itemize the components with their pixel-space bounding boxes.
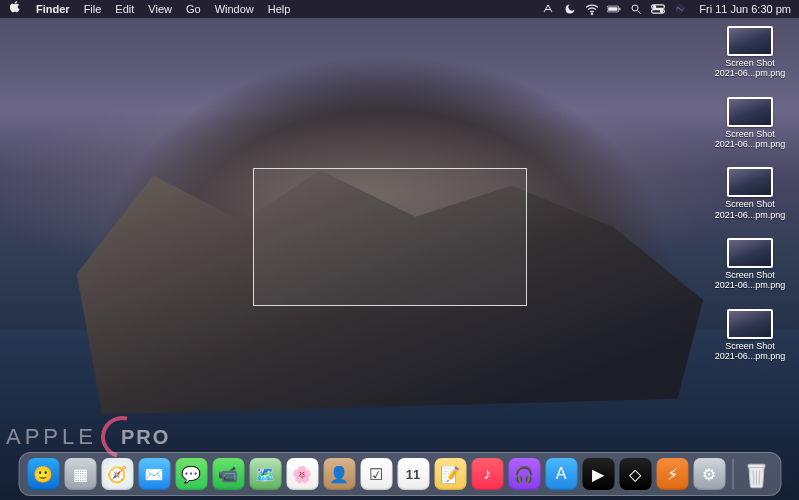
svg-rect-11 [747, 464, 764, 467]
status-app-icon[interactable] [541, 2, 555, 16]
dock: 🙂▦🧭✉️💬📹🗺️🌸👤☑︎11📝♪🎧A▶︎◇⚡︎⚙︎ [18, 452, 781, 496]
dock-app-taurine[interactable]: ⚡︎ [656, 458, 688, 490]
menubar-left: Finder FileEditViewGoWindowHelp [6, 0, 297, 18]
dock-app-maps[interactable]: 🗺️ [249, 458, 281, 490]
file-label: Screen Shot2021-06...pm.png [715, 270, 786, 291]
file-thumbnail-icon [727, 309, 773, 339]
drag-selection-rect [253, 168, 527, 306]
dock-app-podcasts[interactable]: 🎧 [508, 458, 540, 490]
file-thumbnail-icon [727, 238, 773, 268]
menubar-menu-view[interactable]: View [141, 3, 179, 15]
menubar-menu-go[interactable]: Go [179, 3, 208, 15]
battery-icon[interactable] [607, 2, 621, 16]
svg-point-9 [661, 10, 663, 12]
file-thumbnail-icon [727, 97, 773, 127]
svg-point-0 [592, 13, 593, 14]
menubar-menu-help[interactable]: Help [261, 3, 298, 15]
svg-line-12 [753, 471, 754, 485]
dock-app-altserver[interactable]: ◇ [619, 458, 651, 490]
dock-app-facetime[interactable]: 📹 [212, 458, 244, 490]
dock-app-reminders[interactable]: ☑︎ [360, 458, 392, 490]
menubar-menu-file[interactable]: File [77, 3, 109, 15]
spotlight-icon[interactable] [629, 2, 643, 16]
file-thumbnail-icon [727, 26, 773, 56]
dock-trash[interactable] [740, 458, 772, 490]
dock-app-safari[interactable]: 🧭 [101, 458, 133, 490]
menubar-clock[interactable]: Fri 11 Jun 6:30 pm [695, 0, 791, 18]
dock-app-settings[interactable]: ⚙︎ [693, 458, 725, 490]
desktop-file[interactable]: Screen Shot2021-06...pm.png [707, 167, 793, 220]
dock-app-photos[interactable]: 🌸 [286, 458, 318, 490]
dock-app-calendar[interactable]: 11 [397, 458, 429, 490]
file-thumbnail-icon [727, 167, 773, 197]
desktop-icons-column: Screen Shot2021-06...pm.pngScreen Shot20… [707, 26, 793, 361]
desktop-file[interactable]: Screen Shot2021-06...pm.png [707, 97, 793, 150]
dock-app-mail[interactable]: ✉️ [138, 458, 170, 490]
dock-app-messages[interactable]: 💬 [175, 458, 207, 490]
wifi-icon[interactable] [585, 2, 599, 16]
dock-app-tv[interactable]: ▶︎ [582, 458, 614, 490]
file-label: Screen Shot2021-06...pm.png [715, 58, 786, 79]
svg-line-5 [638, 11, 641, 14]
svg-point-7 [654, 6, 656, 8]
file-label: Screen Shot2021-06...pm.png [715, 341, 786, 362]
menubar-app-name[interactable]: Finder [29, 0, 77, 18]
menubar: Finder FileEditViewGoWindowHelp Fri 11 J… [0, 0, 799, 18]
watermark-left: APPLE [6, 424, 97, 450]
menubar-menu-window[interactable]: Window [208, 3, 261, 15]
apple-menu-icon[interactable] [6, 0, 29, 18]
desktop-file[interactable]: Screen Shot2021-06...pm.png [707, 238, 793, 291]
menubar-menu-edit[interactable]: Edit [108, 3, 141, 15]
svg-point-4 [632, 5, 638, 11]
file-label: Screen Shot2021-06...pm.png [715, 199, 786, 220]
control-center-icon[interactable] [651, 2, 665, 16]
menubar-status: Fri 11 Jun 6:30 pm [541, 0, 793, 18]
dock-app-launchpad[interactable]: ▦ [64, 458, 96, 490]
dock-separator [732, 459, 733, 489]
moon-icon[interactable] [563, 2, 577, 16]
svg-line-14 [759, 471, 760, 485]
dock-app-contacts[interactable]: 👤 [323, 458, 355, 490]
siri-icon[interactable] [673, 2, 687, 16]
file-label: Screen Shot2021-06...pm.png [715, 129, 786, 150]
desktop-file[interactable]: Screen Shot2021-06...pm.png [707, 26, 793, 79]
dock-app-finder[interactable]: 🙂 [27, 458, 59, 490]
svg-rect-3 [620, 8, 621, 10]
dock-app-music[interactable]: ♪ [471, 458, 503, 490]
dock-app-appstore[interactable]: A [545, 458, 577, 490]
desktop-file[interactable]: Screen Shot2021-06...pm.png [707, 309, 793, 362]
dock-app-notes[interactable]: 📝 [434, 458, 466, 490]
svg-rect-2 [608, 7, 617, 11]
